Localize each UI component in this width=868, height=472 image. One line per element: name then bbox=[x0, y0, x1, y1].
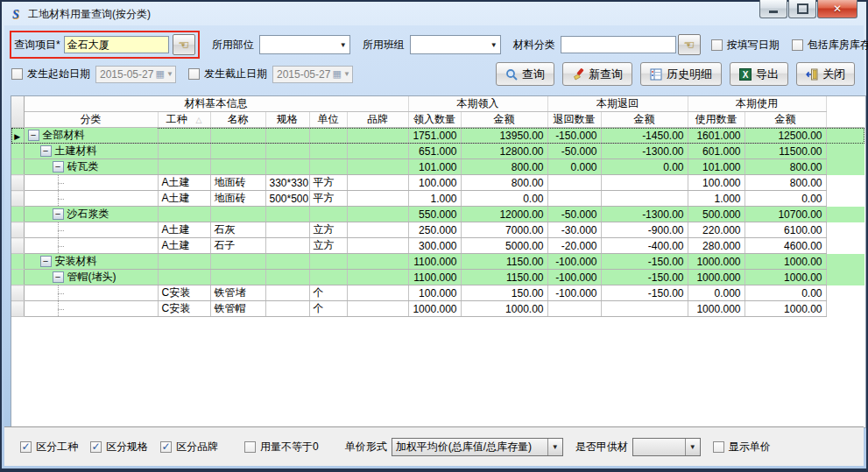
row-selector[interactable] bbox=[11, 301, 24, 317]
column-header-3[interactable]: 规格 bbox=[265, 112, 309, 128]
category-cell[interactable]: 沙石浆类 bbox=[24, 207, 158, 222]
spec-cell[interactable]: 330*330 bbox=[265, 175, 309, 191]
category-cell[interactable] bbox=[24, 191, 158, 207]
brand-cell[interactable] bbox=[347, 254, 408, 270]
show-price-checkbox[interactable]: 显示单价 bbox=[713, 440, 771, 454]
collapse-icon[interactable] bbox=[53, 161, 64, 173]
worktype-cell[interactable]: C安装 bbox=[158, 301, 210, 317]
unit-cell[interactable]: 个 bbox=[309, 301, 347, 317]
amount-cell-5[interactable]: 6100.00 bbox=[745, 222, 826, 238]
start-date-field[interactable]: 2015-05-27 ▦ ▼ bbox=[95, 66, 176, 83]
history-detail-button[interactable]: 历史明细 bbox=[640, 62, 722, 86]
material-class-picker-button[interactable]: ☜ bbox=[678, 34, 701, 55]
amount-cell-1[interactable]: 12800.00 bbox=[461, 144, 547, 159]
amount-cell-5[interactable]: 4600.00 bbox=[745, 238, 826, 254]
category-cell[interactable] bbox=[24, 301, 158, 317]
column-header-0[interactable]: 分类 bbox=[24, 112, 158, 128]
amount-cell-0[interactable]: 1100.000 bbox=[408, 270, 461, 285]
column-header-1[interactable]: 工种△ bbox=[158, 112, 210, 128]
brand-cell[interactable] bbox=[347, 191, 408, 207]
table-row[interactable]: 安装材料1100.0001150.00-100.000-150.001000.0… bbox=[11, 254, 864, 270]
amount-cell-5[interactable]: 0.00 bbox=[745, 191, 826, 207]
row-selector[interactable] bbox=[11, 254, 24, 270]
unit-cell[interactable]: 平方 bbox=[309, 191, 347, 207]
collapse-icon[interactable] bbox=[40, 145, 52, 157]
column-header-4[interactable]: 单位 bbox=[309, 112, 347, 128]
name-cell[interactable] bbox=[210, 144, 265, 159]
amount-cell-1[interactable]: 5000.00 bbox=[461, 238, 547, 254]
amount-cell-4[interactable]: 100.000 bbox=[688, 175, 745, 191]
part-combobox[interactable]: ▼ bbox=[259, 35, 350, 54]
export-button[interactable]: X 导出 bbox=[730, 62, 788, 86]
worktype-cell[interactable]: C安装 bbox=[158, 285, 210, 301]
amount-cell-2[interactable]: -50.000 bbox=[547, 144, 601, 159]
amount-cell-1[interactable]: 7000.00 bbox=[461, 222, 547, 238]
name-cell[interactable] bbox=[210, 207, 265, 222]
table-row[interactable]: ▶全部材料1751.00013950.00-150.000-1450.00160… bbox=[11, 128, 864, 144]
amount-cell-3[interactable]: -150.00 bbox=[601, 285, 688, 301]
amount-cell-0[interactable]: 550.000 bbox=[408, 207, 461, 222]
unit-cell[interactable]: 平方 bbox=[309, 175, 347, 191]
amount-cell-0[interactable]: 1751.000 bbox=[408, 128, 461, 144]
table-row[interactable]: 砖瓦类101.000800.000.0000.00101.000800.00 bbox=[11, 159, 864, 175]
column-header-9[interactable]: 金额 bbox=[601, 112, 688, 128]
amount-cell-1[interactable]: 0.00 bbox=[461, 191, 547, 207]
table-row[interactable]: C安装铁管堵个100.000150.00-100.000-150.000.000… bbox=[11, 285, 864, 301]
brand-cell[interactable] bbox=[347, 175, 408, 191]
amount-cell-3[interactable]: -1300.00 bbox=[601, 207, 688, 222]
column-header-7[interactable]: 金额 bbox=[461, 112, 547, 128]
table-row[interactable]: 沙石浆类550.00012000.00-50.000-1300.00500.00… bbox=[11, 207, 864, 222]
unit-cell[interactable] bbox=[309, 159, 347, 175]
column-header-2[interactable]: 名称 bbox=[210, 112, 265, 128]
spec-cell[interactable]: 500*500 bbox=[265, 191, 309, 207]
row-selector[interactable]: ▶ bbox=[11, 128, 24, 144]
table-row[interactable]: 管帽(堵头)1100.0001150.00-100.000-150.001000… bbox=[11, 270, 864, 285]
amount-cell-5[interactable]: 1000.00 bbox=[745, 301, 826, 317]
split-spec-checkbox[interactable]: 区分规格 bbox=[90, 440, 148, 454]
amount-cell-2[interactable]: -50.000 bbox=[547, 207, 601, 222]
amount-cell-2[interactable] bbox=[547, 191, 601, 207]
category-cell[interactable]: 全部材料 bbox=[24, 128, 158, 144]
worktype-cell[interactable]: A土建 bbox=[158, 238, 210, 254]
table-row[interactable]: A土建石子立方300.0005000.00-20.000-400.00280.0… bbox=[11, 238, 864, 254]
category-cell[interactable] bbox=[24, 238, 158, 254]
amount-cell-5[interactable]: 0.00 bbox=[745, 285, 826, 301]
amount-cell-3[interactable]: -900.00 bbox=[601, 222, 688, 238]
row-selector[interactable] bbox=[11, 222, 24, 238]
name-cell[interactable]: 地面砖 bbox=[210, 191, 265, 207]
amount-cell-4[interactable]: 1000.000 bbox=[688, 301, 745, 317]
brand-cell[interactable] bbox=[347, 238, 408, 254]
name-cell[interactable]: 地面砖 bbox=[210, 175, 265, 191]
amount-cell-0[interactable]: 250.000 bbox=[408, 222, 461, 238]
column-header-6[interactable]: 领入数量 bbox=[408, 112, 461, 128]
amount-cell-5[interactable]: 1000.00 bbox=[745, 270, 826, 285]
name-cell[interactable] bbox=[210, 159, 265, 175]
amount-cell-1[interactable]: 13950.00 bbox=[461, 128, 547, 144]
collapse-icon[interactable] bbox=[40, 256, 52, 267]
worktype-cell[interactable] bbox=[158, 128, 210, 144]
nonzero-usage-checkbox[interactable]: 用量不等于0 bbox=[244, 440, 319, 454]
amount-cell-2[interactable] bbox=[547, 175, 601, 191]
collapse-icon[interactable] bbox=[53, 271, 64, 283]
new-query-button[interactable]: 新查询 bbox=[562, 62, 632, 86]
amount-cell-0[interactable]: 651.000 bbox=[408, 144, 461, 159]
amount-cell-4[interactable]: 1.000 bbox=[688, 191, 745, 207]
amount-cell-4[interactable]: 280.000 bbox=[688, 238, 745, 254]
spec-cell[interactable] bbox=[265, 144, 309, 159]
maximize-button[interactable] bbox=[788, 0, 816, 18]
unit-cell[interactable]: 立方 bbox=[309, 238, 347, 254]
amount-cell-3[interactable]: -1450.00 bbox=[601, 128, 688, 144]
spec-cell[interactable] bbox=[265, 254, 309, 270]
brand-cell[interactable] bbox=[347, 301, 408, 317]
amount-cell-2[interactable] bbox=[547, 301, 601, 317]
name-cell[interactable] bbox=[210, 128, 265, 144]
table-row[interactable]: 土建材料651.00012800.00-50.000-1300.00601.00… bbox=[11, 144, 864, 159]
column-header-5[interactable]: 品牌 bbox=[347, 112, 408, 128]
amount-cell-1[interactable]: 1000.00 bbox=[461, 301, 547, 317]
split-worktype-checkbox[interactable]: 区分工种 bbox=[20, 440, 78, 454]
amount-cell-0[interactable]: 100.000 bbox=[408, 175, 461, 191]
amount-cell-1[interactable]: 1150.00 bbox=[461, 270, 547, 285]
amount-cell-2[interactable]: 0.000 bbox=[547, 159, 601, 175]
unit-cell[interactable] bbox=[309, 254, 347, 270]
category-cell[interactable] bbox=[24, 175, 158, 191]
